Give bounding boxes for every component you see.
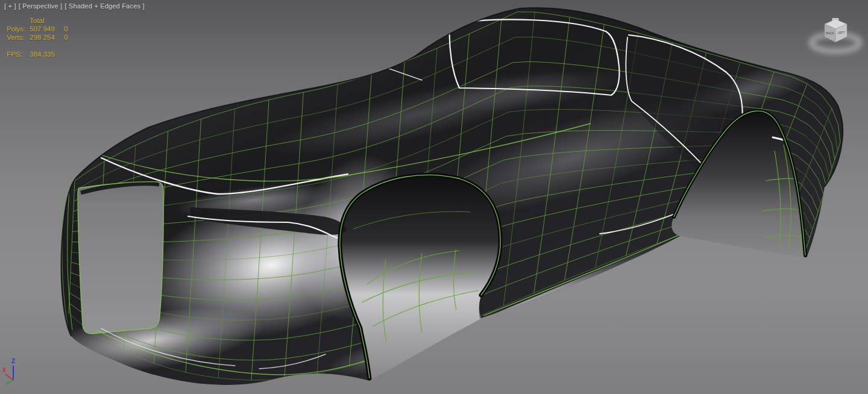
x-axis <box>5 374 13 380</box>
viewport-canvas[interactable]: BACK LEFT Z X <box>0 0 868 394</box>
stats-header-row: Total <box>7 16 68 25</box>
fps-value: 384,335 <box>30 50 64 58</box>
viewport-menu-general[interactable]: [ + ] <box>4 2 16 10</box>
viewport-menu-pov[interactable]: [ Perspective ] <box>19 2 63 10</box>
polys-label: Polys: <box>7 25 30 33</box>
fps-label: FPS: <box>7 50 30 58</box>
viewcube[interactable]: BACK LEFT <box>811 18 860 51</box>
stats-total-header: Total <box>30 16 64 25</box>
viewport-label: [ + ][ Perspective ][ Shaded + Edged Fac… <box>4 2 147 10</box>
x-axis-label: X <box>2 367 7 374</box>
car-model <box>33 8 843 385</box>
polys-value: 507 949 <box>30 25 64 33</box>
z-axis-label: Z <box>11 358 15 364</box>
viewport-statistics: Total Polys:507 9490 Verts:298 2540 FPS:… <box>7 16 68 58</box>
verts-label: Verts: <box>7 33 30 42</box>
stats-polys-row: Polys:507 9490 <box>7 25 68 33</box>
stats-fps-row: FPS:384,335 <box>7 50 68 58</box>
world-axis-gizmo: Z X <box>2 358 15 384</box>
viewcube-back-label[interactable]: BACK <box>826 31 834 35</box>
stats-verts-row: Verts:298 2540 <box>7 33 68 42</box>
y-axis <box>5 380 13 384</box>
polys-delta: 0 <box>64 25 68 33</box>
viewport[interactable]: BACK LEFT Z X [ + ][ Perspective ][ Shad… <box>0 0 868 394</box>
viewcube-left-label[interactable]: LEFT <box>837 31 844 34</box>
viewport-menu-shading[interactable]: [ Shaded + Edged Faces ] <box>64 2 144 10</box>
verts-value: 298 254 <box>30 33 64 42</box>
verts-delta: 0 <box>64 34 68 41</box>
